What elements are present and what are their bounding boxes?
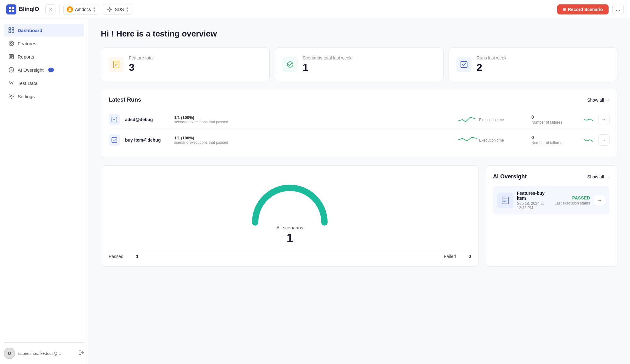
sidebar-item-test-data[interactable]: Test Data (4, 77, 84, 89)
stat-card-feature-total-info: Feature total 3 (129, 55, 154, 73)
stat-label-scenarios-total: Scenarios total last week (303, 55, 352, 60)
runs-last-week-icon (456, 57, 472, 72)
sidebar-item-features-label: Features (18, 41, 36, 46)
svg-rect-3 (12, 10, 14, 12)
svg-rect-1 (12, 7, 14, 9)
ai-oversight-show-all[interactable]: Show all → (587, 174, 610, 179)
svg-rect-13 (12, 31, 14, 33)
env-icon (106, 6, 113, 13)
svg-point-4 (69, 8, 71, 9)
run-exec-time-0: Execution time (479, 117, 526, 122)
run-row-0: adsd@debug 1/1 (100%) scenario execution… (109, 109, 610, 130)
bottom-row: All scenarios 1 Passed 1 Failed 0 AI Ove… (101, 165, 617, 267)
more-options-button[interactable]: ... (612, 4, 624, 15)
dashboard-icon (8, 27, 14, 33)
record-scenario-button[interactable]: Record Scenario (557, 4, 609, 14)
oversight-passed-badge-0: PASSED (554, 195, 590, 200)
ai-oversight-card: AI Oversight Show all → Features-buy ite… (485, 165, 617, 267)
topbar: BlinqIO |< Amdocs ▲▼ SDS ▲▼ Record Scena… (0, 0, 630, 19)
test-data-icon (8, 80, 14, 86)
sidebar-item-settings[interactable]: Settings (4, 90, 84, 103)
run-icon-0 (109, 114, 120, 125)
stat-card-runs-last-week-info: Runs last week 2 (477, 55, 507, 73)
run-pct-1: 1/1 (100%) (174, 136, 453, 140)
record-dot (563, 8, 566, 11)
svg-rect-31 (502, 197, 508, 204)
logout-icon[interactable] (78, 350, 84, 357)
run-name-1: buy item@debug (125, 137, 169, 143)
svg-rect-2 (9, 10, 11, 12)
sidebar-bottom: U sapnesh.naik+docs@... (4, 342, 84, 359)
run-exec-time-1: Execution time (479, 137, 526, 143)
run-nav-button-0[interactable]: → (598, 114, 610, 125)
sidebar-item-ai-oversight-label: AI Oversight (18, 67, 44, 73)
svg-rect-0 (9, 7, 11, 9)
run-stats-1: 1/1 (100%) scenario executions that pass… (174, 136, 453, 145)
run-name-0: adsd@debug (125, 117, 169, 122)
stats-row: Feature total 3 Scenarios total last wee… (101, 48, 617, 81)
gauge-stats: Passed 1 Failed 0 (109, 250, 471, 259)
settings-icon (8, 93, 14, 99)
logo: BlinqIO (6, 4, 39, 14)
topbar-separator (59, 5, 60, 14)
gauge-card: All scenarios 1 Passed 1 Failed 0 (101, 165, 479, 267)
sidebar-item-ai-oversight[interactable]: AI Oversight 1 (4, 64, 84, 76)
sidebar-item-features[interactable]: Features (4, 37, 84, 50)
stat-label-feature-total: Feature total (129, 55, 154, 60)
oversight-date-0: Sep 18, 2024 at 12:33 PM (517, 201, 551, 210)
run-stats-0: 1/1 (100%) scenario executions that pass… (174, 115, 453, 124)
svg-rect-11 (12, 28, 14, 30)
env-dropdown[interactable]: SDS ▲▼ (103, 4, 132, 15)
run-sub-0: scenario executions that passed (174, 120, 453, 124)
failures-trend-1 (584, 137, 593, 143)
svg-rect-23 (113, 61, 119, 68)
gauge-failed: Failed 0 (444, 254, 471, 259)
stat-card-scenarios-total-info: Scenarios total last week 1 (303, 55, 352, 73)
svg-point-5 (109, 8, 111, 10)
run-sub-1: scenario executions that passed (174, 140, 453, 145)
ai-oversight-badge: 1 (48, 68, 54, 72)
latest-runs-title: Latest Runs (109, 97, 141, 103)
stat-value-feature-total: 3 (129, 62, 154, 73)
run-failures-1: 0 Number of failures (531, 135, 579, 145)
svg-point-15 (10, 42, 12, 44)
stat-value-scenarios-total: 1 (303, 62, 352, 73)
oversight-last-exec-0: Last execution status (554, 201, 590, 205)
run-nav-button-1[interactable]: → (598, 134, 610, 146)
sidebar-item-test-data-label: Test Data (18, 81, 37, 86)
run-pct-0: 1/1 (100%) (174, 115, 453, 120)
sidebar: Dashboard Features Reports AI Oversight … (0, 19, 88, 364)
app-name: BlinqIO (19, 6, 39, 13)
oversight-status-0: PASSED Last execution status (554, 195, 590, 205)
ai-oversight-title: AI Oversight (493, 173, 527, 180)
scenarios-total-icon (283, 57, 298, 72)
ai-oversight-header: AI Oversight Show all → (493, 173, 610, 180)
sidebar-item-dashboard-label: Dashboard (18, 28, 42, 33)
sidebar-item-reports[interactable]: Reports (4, 50, 84, 63)
latest-runs-card: Latest Runs Show all → adsd@debug 1/1 (1… (101, 89, 617, 158)
gauge-wrap (249, 178, 331, 222)
run-row-1: buy item@debug 1/1 (100%) scenario execu… (109, 130, 610, 150)
stat-label-runs-last-week: Runs last week (477, 55, 507, 60)
main-content: Hi ! Here is a testing overview Feature … (88, 19, 630, 364)
sidebar-item-settings-label: Settings (18, 94, 35, 99)
env-arrows: ▲▼ (126, 6, 129, 13)
features-icon (8, 40, 14, 47)
latest-runs-show-all[interactable]: Show all → (587, 98, 610, 103)
run-icon-1 (109, 134, 120, 146)
page-title: Hi ! Here is a testing overview (101, 29, 617, 39)
oversight-name-0: Features-buy item (517, 191, 551, 201)
org-dropdown[interactable]: Amdocs ▲▼ (63, 4, 99, 15)
gauge-svg (249, 178, 331, 226)
stat-card-scenarios-total: Scenarios total last week 1 (275, 48, 444, 81)
run-chart-1: Execution time (458, 135, 526, 145)
oversight-info-0: Features-buy item Sep 18, 2024 at 12:33 … (517, 191, 551, 210)
sidebar-item-dashboard[interactable]: Dashboard (4, 24, 84, 36)
oversight-item-0: Features-buy item Sep 18, 2024 at 12:33 … (493, 186, 610, 215)
collapse-button[interactable]: |< (45, 4, 55, 14)
stat-card-runs-last-week: Runs last week 2 (449, 48, 617, 81)
org-arrows: ▲▼ (93, 6, 96, 13)
org-name: Amdocs (75, 7, 91, 12)
oversight-nav-button-0[interactable]: → (594, 195, 605, 206)
failures-trend-0 (584, 116, 593, 123)
